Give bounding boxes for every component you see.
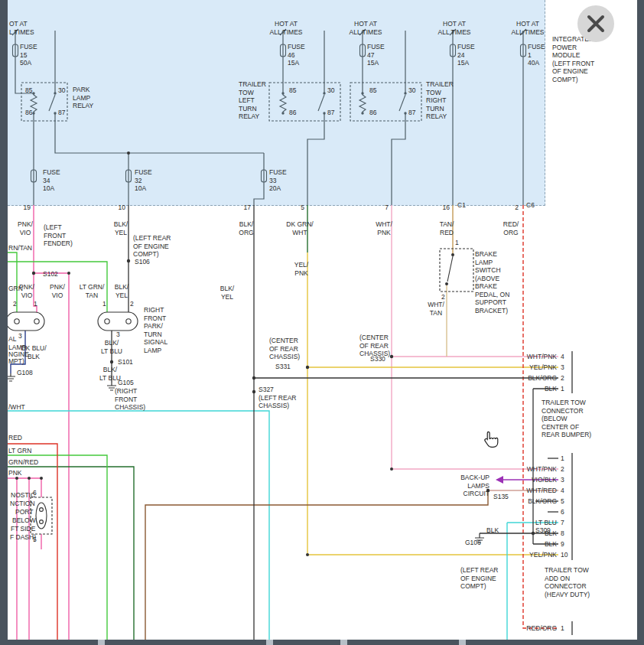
wire-red-lines — [8, 444, 57, 640]
wire-brown-lines — [145, 490, 488, 640]
brake-lamp-switch-symbol — [440, 249, 473, 292]
wire-lt-blu-lines — [8, 411, 558, 640]
bottom-bar-notch — [459, 640, 466, 645]
close-icon — [577, 5, 614, 42]
bottom-bar-notch — [340, 640, 347, 645]
wire-dk-grn-lines — [8, 205, 307, 640]
bottom-bar-notch — [98, 640, 105, 645]
connector-symbols — [6, 312, 138, 534]
wire-red-org-dashed — [523, 205, 558, 628]
right-edge-bar — [637, 0, 644, 645]
splice-dots — [15, 151, 535, 556]
ground-symbols — [6, 373, 484, 542]
wire-black-lines — [112, 205, 558, 640]
left-edge-bar — [0, 0, 8, 645]
wire-yel-pnk-lines — [307, 252, 558, 555]
close-button[interactable] — [577, 5, 614, 42]
bottom-bar-notch — [266, 640, 273, 645]
wire-vio-blk-lines — [496, 476, 558, 484]
wire-dk-blu-lines — [11, 331, 25, 373]
wiring-diagram-viewer: OT AT L TIMESHOT AT ALL TIMESHOT AT ALL … — [0, 0, 644, 645]
wiring-diagram-svg — [0, 0, 644, 645]
relay-symbols — [15, 31, 525, 122]
